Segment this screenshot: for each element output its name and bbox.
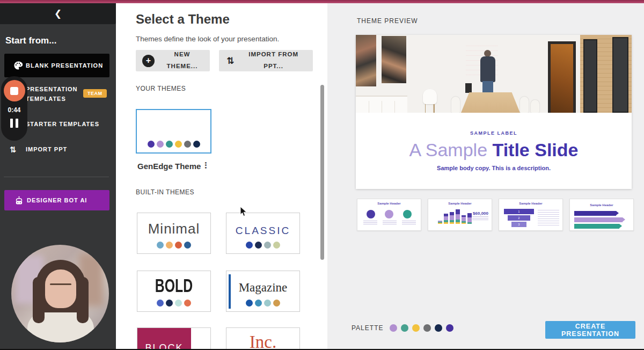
caption-lines [538, 210, 559, 227]
sidebar-item-label: PRESENTATION TEMPLATES [26, 85, 78, 104]
webcam-video-feed [11, 245, 109, 342]
sidebar-header: ❮ [0, 3, 116, 24]
slide-thumbnail-funnel[interactable]: Sample Header 1 2 3 [499, 199, 563, 231]
your-themes-label: YOUR THEMES [136, 85, 186, 92]
theme-card-block[interactable]: BLOCK [137, 327, 211, 350]
shelf [356, 96, 407, 113]
scrollbar-thumb[interactable] [320, 85, 324, 260]
theme-card-classic[interactable]: CLASSIC [226, 213, 300, 254]
theme-name: BOLD [145, 275, 203, 297]
theme-name: Inc. [226, 332, 299, 350]
pause-recording-button[interactable] [10, 119, 18, 128]
title-bold-part: Title Slide [493, 140, 579, 160]
chart-callout-value: $60,000 [473, 211, 488, 216]
meeting-table [461, 92, 520, 113]
palette-icon [11, 61, 26, 70]
panel-subtitle: Themes define the look of your presentat… [136, 35, 279, 43]
recording-timer: 0:44 [8, 106, 20, 114]
stop-recording-button[interactable] [4, 80, 25, 101]
theme-card-inc[interactable]: Inc. [226, 327, 300, 350]
thumb-header: Sample Header [499, 202, 562, 205]
presenter-hair [77, 277, 89, 323]
preview-photo [356, 35, 632, 113]
start-from-heading: Start from... [5, 35, 56, 46]
stop-icon [10, 87, 18, 95]
recording-controls: 0:44 [1, 76, 27, 141]
sidebar-item-label: STARTER TEMPLATES [26, 121, 99, 127]
caption-lines [402, 221, 416, 224]
back-chevron-icon[interactable]: ❮ [54, 9, 62, 18]
theme-preview-label: THEME PREVIEW [357, 17, 418, 25]
team-badge: TEAM [83, 89, 107, 98]
designer-bot-label: DESIGNER BOT AI [27, 197, 87, 203]
slide-thumbnail-icons[interactable]: Sample Header [357, 199, 421, 231]
theme-card-magazine[interactable]: Magazine [226, 271, 300, 312]
painting [382, 36, 406, 83]
slide-thumbnail-chart[interactable]: Sample Header $60,000 [428, 199, 492, 231]
slide-thumbnail-arrows[interactable]: Sample Header [569, 199, 634, 231]
import-ppt-label: IMPORT FROM PPT... [234, 49, 313, 72]
title-light-part: A Sample [409, 140, 493, 160]
icon-circles [357, 210, 421, 218]
sample-label: SAMPLE LABEL [356, 130, 632, 136]
sidebar-item-label: IMPORT PPT [26, 146, 67, 152]
kebab-menu-icon[interactable]: ⋮ [202, 161, 210, 170]
theme-card-minimal[interactable]: Minimal [137, 213, 211, 254]
mouse-cursor [240, 206, 247, 217]
builtin-themes-label: BUILT-IN THEMES [136, 188, 194, 196]
theme-color-dots [226, 242, 299, 249]
theme-color-dots [137, 141, 210, 148]
sidebar-item-blank-presentation[interactable]: BLANK PRESENTATION [4, 54, 109, 77]
robot-icon [11, 196, 27, 205]
mini-funnel: 1 2 3 [503, 209, 535, 228]
palette-row: PALETTE [352, 324, 453, 332]
door [612, 37, 628, 113]
import-from-ppt-button[interactable]: ⇅ IMPORT FROM PPT... [219, 50, 313, 71]
designer-bot-ai-button[interactable]: DESIGNER BOT AI [4, 190, 109, 210]
theme-preview-panel: THEME PREVIEW SAMPLE LABEL A Sample Titl… [327, 3, 644, 350]
painting [356, 35, 376, 86]
theme-card-genedge[interactable] [136, 109, 211, 154]
preview-slide: SAMPLE LABEL A Sample Title Slide Sample… [356, 35, 632, 189]
panel-title: Select a Theme [136, 12, 230, 27]
theme-color-dots [226, 300, 299, 307]
theme-name: CLASSIC [226, 225, 299, 237]
palette-color-dots [390, 324, 453, 332]
sidebar-item-label: BLANK PRESENTATION [26, 62, 103, 69]
theme-name: Minimal [137, 221, 210, 237]
chair [520, 97, 529, 113]
caption-lines [383, 221, 397, 224]
presenter-brow [50, 283, 71, 285]
mini-arrow-list [574, 211, 630, 230]
chair [531, 100, 539, 113]
open-door [548, 41, 576, 113]
thumb-header: Sample Header [357, 202, 421, 205]
speaker-box [465, 83, 472, 93]
block-color-rect: BLOCK [137, 328, 191, 350]
caption-lines [363, 221, 377, 224]
theme-color-dots [137, 242, 210, 249]
sidebar-divider [4, 177, 109, 177]
theme-color-dots [137, 300, 210, 307]
new-theme-button[interactable]: + NEW THEME... [136, 50, 210, 71]
mini-bar-chart [438, 209, 472, 224]
presenter-face [45, 269, 76, 308]
sample-body-copy: Sample body copy. This is a description. [356, 165, 632, 171]
chair [422, 89, 438, 113]
theme-card-bold[interactable]: BOLD [137, 271, 211, 312]
sidebar-item-import-ppt[interactable]: IMPORT PPT [4, 146, 109, 152]
caption-lines [472, 216, 488, 221]
presenter-hair [33, 277, 45, 323]
door [583, 39, 597, 113]
create-presentation-button[interactable]: CREATE PRESENTATION [545, 321, 635, 339]
new-theme-label: NEW THEME... [155, 49, 210, 72]
select-theme-panel: Select a Theme Themes define the look of… [116, 3, 327, 350]
thumb-header: Sample Header [570, 203, 633, 207]
plus-icon: + [142, 55, 155, 67]
thumb-header: Sample Header [428, 202, 492, 205]
palette-label: PALETTE [352, 324, 383, 332]
genedge-theme-name: GenEdge Theme [137, 162, 201, 171]
chair [451, 97, 460, 113]
theme-name: Magazine [226, 281, 299, 295]
import-arrows-icon: ⇅ [226, 55, 234, 66]
